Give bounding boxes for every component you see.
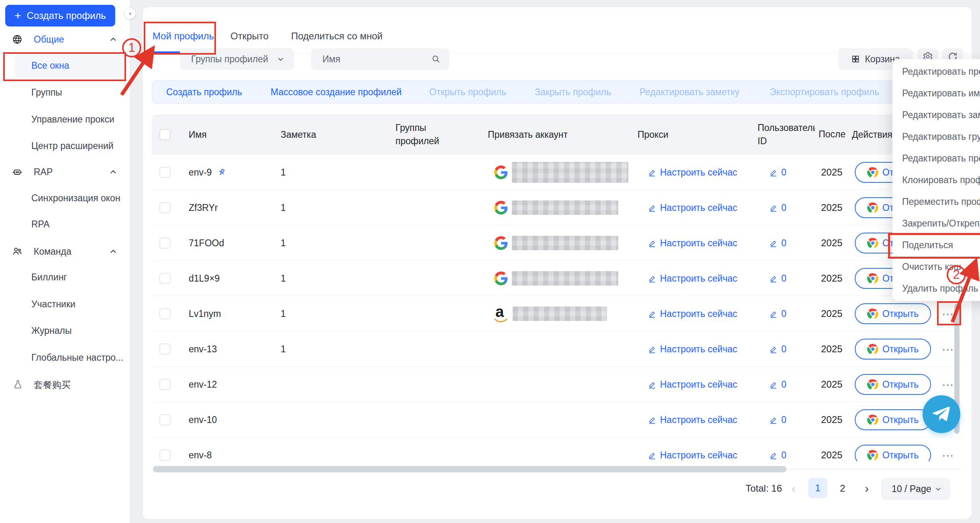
row-checkbox[interactable] xyxy=(159,273,171,284)
proxy-link-label: Настроить сейчас xyxy=(660,379,737,390)
menu-edit-profile[interactable]: Редактировать профиль xyxy=(892,61,980,82)
select-all-checkbox[interactable] xyxy=(159,129,171,140)
pin-icon xyxy=(217,168,226,177)
open-profile-button[interactable]: Открыть xyxy=(855,374,931,395)
telegram-button[interactable] xyxy=(923,395,960,433)
configure-proxy-link[interactable]: Настроить сейчас xyxy=(648,437,737,461)
sidebar-item-label: 套餐购买 xyxy=(34,379,71,391)
action-create-profile[interactable]: Создать профиль xyxy=(166,81,242,103)
sidebar-item-label: RPA xyxy=(31,219,50,230)
table-header: Имя Заметка Группы профилей Привязать ак… xyxy=(152,114,963,155)
open-profile-button[interactable]: Открыть xyxy=(855,303,931,324)
menu-edit-note[interactable]: Редактировать заметку xyxy=(892,104,980,126)
table-row: Lv1nym 1 a Настроить сейчас 0 2025 Отк xyxy=(152,296,963,331)
user-id-edit[interactable]: 0 xyxy=(769,367,786,402)
step-number: 1 xyxy=(128,41,135,55)
profile-name: env-9 xyxy=(189,167,212,178)
configure-proxy-link[interactable]: Настроить сейчас xyxy=(648,331,737,367)
pagination-prev-button[interactable]: ‹ xyxy=(792,478,796,499)
action-export-profile[interactable]: Экспортировать профиль xyxy=(770,81,879,103)
sidebar-item-plan-purchase[interactable]: 套餐购买 xyxy=(0,374,130,396)
user-id-edit[interactable]: 0 xyxy=(769,261,786,296)
menu-clear-cache[interactable]: Очистить кэш xyxy=(892,256,980,278)
configure-proxy-link[interactable]: Настроить сейчас xyxy=(648,296,737,331)
tab-opened[interactable]: Открыто xyxy=(230,31,269,42)
user-id-edit[interactable]: 0 xyxy=(769,190,786,225)
proxy-link-label: Настроить сейчас xyxy=(660,308,737,319)
sidebar-section-team[interactable]: Команда xyxy=(0,241,130,262)
sidebar-section-general[interactable]: Общие xyxy=(0,29,130,50)
edit-icon xyxy=(648,380,656,389)
robot-icon xyxy=(12,167,22,177)
user-id-edit[interactable]: 0 xyxy=(769,437,786,461)
menu-clone-profile[interactable]: Клонировать профиль xyxy=(892,169,980,191)
sidebar-item-logs[interactable]: Журналы xyxy=(0,320,130,341)
pagination-page-2[interactable]: 2 xyxy=(840,478,845,499)
grid-icon xyxy=(851,55,860,63)
menu-edit-group[interactable]: Редактировать группу xyxy=(892,126,980,147)
open-profile-button[interactable]: Открыть xyxy=(855,445,931,461)
open-profile-button[interactable]: Открыть xyxy=(855,409,931,430)
action-close-profile[interactable]: Закрыть профиль xyxy=(535,81,611,103)
table-row: 71FOOd 1 Настроить сейчас 0 2025 Открыть… xyxy=(152,225,963,261)
page-size-select[interactable]: 10 / Page xyxy=(881,478,950,500)
row-checkbox[interactable] xyxy=(159,414,171,425)
profile-name: env-12 xyxy=(189,367,217,402)
row-checkbox[interactable] xyxy=(159,308,171,319)
create-profile-button[interactable]: + Создать профиль xyxy=(5,5,115,27)
user-id-edit[interactable]: 0 xyxy=(769,155,786,190)
chrome-icon xyxy=(867,273,878,284)
user-id-edit[interactable]: 0 xyxy=(769,331,786,367)
row-checkbox[interactable] xyxy=(159,202,171,213)
annotation-step-2: 2 xyxy=(947,265,966,284)
menu-delete-profile[interactable]: Удалить профиль xyxy=(892,278,980,299)
user-id-edit[interactable]: 0 xyxy=(769,296,786,331)
menu-move-profile[interactable]: Переместить профиль xyxy=(892,191,980,212)
action-open-profile[interactable]: Открыть профиль xyxy=(429,81,506,103)
tab-shared-with-me[interactable]: Поделиться со мной xyxy=(291,31,383,42)
row-more-button[interactable]: ⋯ xyxy=(938,437,958,461)
sidebar-item-window-sync[interactable]: Синхронизация окон xyxy=(0,187,130,209)
action-bulk-create[interactable]: Массовое создание профилей xyxy=(271,81,401,103)
sidebar-item-members[interactable]: Участники xyxy=(0,293,130,315)
sidebar-item-extension-center[interactable]: Центр расширений xyxy=(0,135,130,157)
sidebar-item-proxy-management[interactable]: Управление прокси xyxy=(0,108,130,130)
configure-proxy-link[interactable]: Настроить сейчас xyxy=(648,225,737,261)
configure-proxy-link[interactable]: Настроить сейчас xyxy=(648,261,737,296)
menu-edit-name[interactable]: Редактировать имя xyxy=(892,82,980,104)
sidebar-item-global-settings[interactable]: Глобальные настро... xyxy=(0,347,130,368)
row-checkbox[interactable] xyxy=(159,379,171,390)
user-id-value: 0 xyxy=(781,238,786,249)
name-search-input[interactable]: Имя xyxy=(311,48,449,70)
row-checkbox[interactable] xyxy=(159,343,171,355)
configure-proxy-link[interactable]: Настроить сейчас xyxy=(648,402,737,437)
menu-edit-proxy[interactable]: Редактировать прокси xyxy=(892,147,980,169)
sidebar-item-billing[interactable]: Биллинг xyxy=(0,266,130,288)
action-edit-note[interactable]: Редактировать заметку xyxy=(640,81,740,103)
configure-proxy-link[interactable]: Настроить сейчас xyxy=(648,190,737,225)
sidebar-item-rpa[interactable]: RPA xyxy=(0,213,130,235)
google-icon xyxy=(494,272,508,285)
row-checkbox[interactable] xyxy=(159,237,171,249)
edit-icon xyxy=(769,168,778,177)
sidebar-item-groups[interactable]: Группы xyxy=(0,82,130,103)
row-checkbox[interactable] xyxy=(159,449,171,461)
user-id-edit[interactable]: 0 xyxy=(769,402,786,437)
user-id-edit[interactable]: 0 xyxy=(769,225,786,261)
sidebar-section-rap[interactable]: RAP xyxy=(0,161,130,183)
pagination-page-1[interactable]: 1 xyxy=(808,478,827,498)
annotation-box-more-button xyxy=(937,301,961,325)
horizontal-scrollbar[interactable] xyxy=(153,466,786,472)
configure-proxy-link[interactable]: Настроить сейчас xyxy=(648,155,737,190)
sidebar-item-label: Глобальные настро... xyxy=(31,352,123,363)
sidebar-collapse-button[interactable] xyxy=(124,8,135,19)
configure-proxy-link[interactable]: Настроить сейчас xyxy=(648,367,737,402)
menu-pin-unpin[interactable]: Закрепить/Открепить xyxy=(892,212,980,234)
user-id-value: 0 xyxy=(781,450,786,461)
row-checkbox[interactable] xyxy=(159,167,171,178)
user-id-value: 0 xyxy=(781,379,786,390)
pagination-next-button[interactable]: › xyxy=(865,478,869,499)
open-profile-button[interactable]: Открыть xyxy=(855,339,931,360)
telegram-plane-icon xyxy=(931,404,951,424)
col-actions: Действия xyxy=(852,114,892,155)
